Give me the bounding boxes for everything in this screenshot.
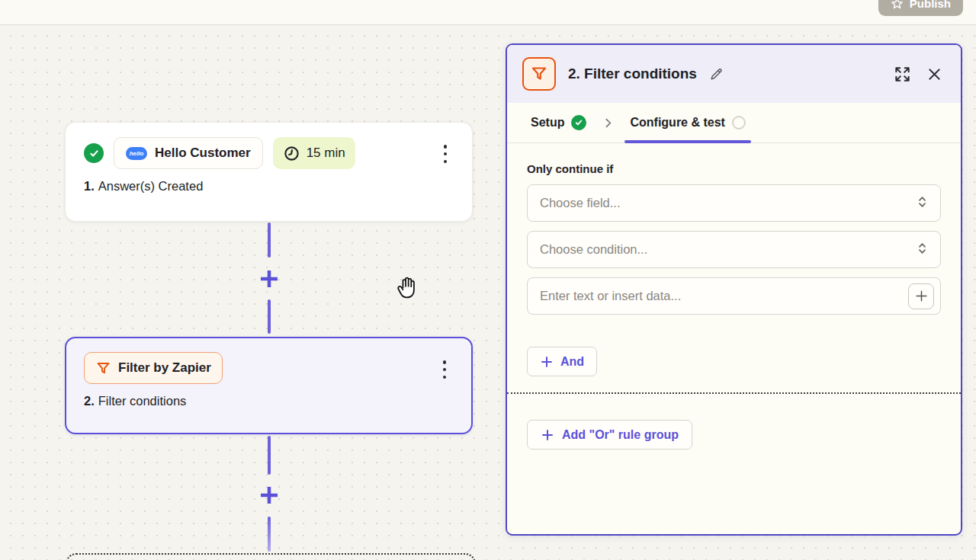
plus-icon: [258, 485, 280, 506]
step-1-name: Answer(s) Created: [98, 179, 204, 193]
panel-body: Only continue if Choose field... Choose …: [507, 143, 961, 450]
step-2-title: 2.Filter conditions: [84, 394, 454, 408]
app-pill-label: Hello Customer: [155, 146, 251, 161]
close-icon: [926, 66, 942, 82]
expand-icon: [894, 66, 911, 83]
plus-icon: [540, 355, 554, 369]
rename-step-button[interactable]: [709, 67, 724, 82]
value-input-field[interactable]: Enter text or insert data...: [527, 277, 941, 315]
plus-icon: [258, 268, 280, 290]
step-success-icon: [84, 143, 104, 163]
step-2-number: 2.: [84, 394, 95, 408]
add-step-button-1[interactable]: [258, 268, 280, 290]
expand-panel-button[interactable]: [892, 64, 912, 84]
choose-condition-select[interactable]: Choose condition...: [527, 231, 941, 268]
grab-hand-cursor-icon: [396, 275, 419, 304]
publish-button[interactable]: Publish: [878, 0, 963, 16]
panel-title: 2. Filter conditions: [568, 66, 697, 82]
close-panel-button[interactable]: [924, 64, 944, 84]
active-tab-underline: [624, 140, 750, 143]
duration-badge-label: 15 min: [307, 146, 345, 161]
filter-funnel-icon: [95, 360, 111, 376]
connector-line: [268, 222, 271, 258]
or-group-divider: [507, 392, 961, 394]
plus-icon: [541, 428, 554, 442]
step-2-name: Filter conditions: [98, 394, 187, 408]
top-bar: Publish: [0, 0, 976, 25]
step-2-menu-button[interactable]: [438, 360, 451, 379]
add-and-condition-button[interactable]: And: [527, 347, 597, 376]
next-step-placeholder[interactable]: [66, 553, 476, 560]
pencil-icon: [709, 67, 724, 82]
add-step-button-2[interactable]: [258, 485, 280, 506]
setup-complete-icon: [571, 115, 586, 130]
app-pill-hello-customer[interactable]: hello Hello Customer: [114, 137, 263, 169]
step-1-menu-button[interactable]: [438, 144, 452, 164]
connector-line: [268, 436, 271, 475]
choose-field-placeholder: Choose field...: [540, 196, 620, 210]
filter-app-icon[interactable]: [522, 57, 556, 91]
unfold-chevrons-icon: [914, 240, 930, 259]
tab-setup-label: Setup: [531, 116, 564, 130]
tab-setup[interactable]: Setup: [527, 103, 590, 142]
workflow-step-2[interactable]: Filter by Zapier 2.Filter conditions: [65, 337, 473, 434]
step-config-panel: 2. Filter conditions Setup Configure & t…: [506, 43, 962, 536]
unfold-chevrons-icon: [914, 194, 930, 213]
panel-tabs: Setup Configure & test: [507, 103, 961, 143]
hello-customer-logo-icon: hello: [126, 147, 147, 160]
tab-configure-test[interactable]: Configure & test: [626, 103, 749, 142]
app-pill-filter-by-zapier[interactable]: Filter by Zapier: [84, 352, 223, 384]
add-or-rule-group-button[interactable]: Add "Or" rule group: [527, 420, 692, 450]
step-1-number: 1.: [84, 179, 95, 193]
connector-line: [268, 517, 271, 552]
connector-line: [268, 299, 271, 334]
and-button-label: And: [560, 355, 584, 369]
app-pill-label: Filter by Zapier: [118, 360, 211, 376]
step-1-title: 1.Answer(s) Created: [84, 179, 454, 194]
publish-label: Publish: [910, 0, 951, 10]
panel-header: 2. Filter conditions: [507, 45, 961, 103]
clock-icon: [283, 145, 300, 162]
configure-incomplete-icon: [732, 116, 746, 130]
plus-icon: [914, 289, 929, 303]
filter-funnel-icon: [530, 65, 548, 83]
only-continue-if-label: Only continue if: [527, 162, 941, 175]
chevron-right-icon: [602, 117, 615, 130]
publish-star-icon: [891, 0, 904, 10]
polling-interval-badge[interactable]: 15 min: [273, 137, 355, 169]
or-button-label: Add "Or" rule group: [562, 428, 679, 442]
workflow-step-1[interactable]: hello Hello Customer 15 min 1.Answer(s) …: [65, 122, 473, 222]
insert-data-button[interactable]: [908, 283, 934, 309]
tab-configure-test-label: Configure & test: [630, 116, 724, 130]
choose-field-select[interactable]: Choose field...: [527, 184, 941, 222]
value-input-placeholder: Enter text or insert data...: [540, 289, 681, 303]
choose-condition-placeholder: Choose condition...: [540, 242, 647, 257]
